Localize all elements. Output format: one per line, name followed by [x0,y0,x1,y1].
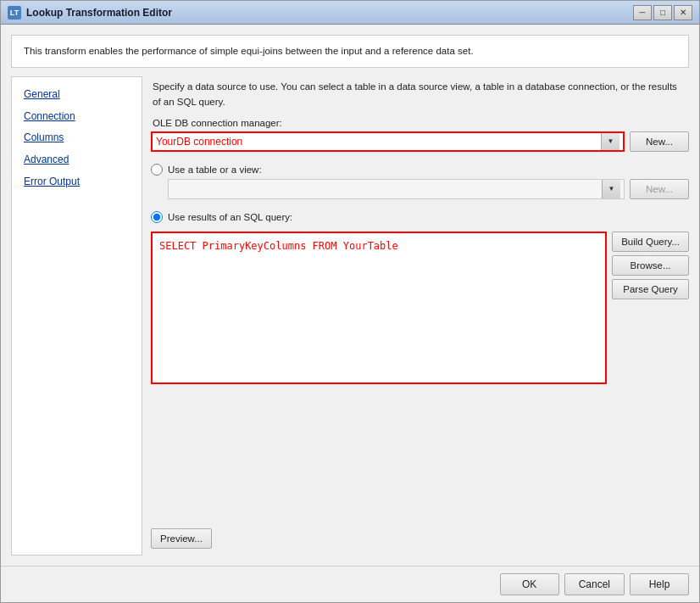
table-field-row: ▼ New... [168,179,689,199]
minimize-button[interactable]: ─ [633,5,652,20]
build-query-button[interactable]: Build Query... [612,232,689,252]
instruction-text: Specify a data source to use. You can se… [151,80,689,109]
maximize-button[interactable]: □ [653,5,672,20]
nav-item-error-output[interactable]: Error Output [17,171,136,193]
connection-field-group: OLE DB connection manager: YourDB connec… [151,118,689,152]
nav-item-columns[interactable]: Columns [17,127,136,149]
table-combo[interactable]: ▼ [168,179,625,199]
table-radio[interactable] [151,164,163,176]
sql-textarea[interactable] [151,232,607,384]
sql-textarea-wrapper [151,232,607,384]
ok-button[interactable]: OK [500,573,559,595]
close-button[interactable]: ✕ [674,5,692,20]
table-new-button[interactable]: New... [630,179,689,199]
help-button[interactable]: Help [630,573,689,595]
table-dropdown-btn[interactable]: ▼ [602,180,620,198]
nav-item-advanced[interactable]: Advanced [17,149,136,171]
parse-query-button[interactable]: Parse Query [612,279,689,299]
sql-row: Build Query... Browse... Parse Query [151,232,689,520]
sql-section: Use results of an SQL query: Build Query… [151,208,689,552]
window-content: This transform enables the performance o… [1,25,699,566]
table-radio-row: Use a table or a view: [151,160,689,179]
sql-buttons: Build Query... Browse... Parse Query [612,232,689,299]
sql-radio[interactable] [151,211,163,223]
connection-new-button[interactable]: New... [630,131,689,152]
preview-row: Preview... [151,525,689,552]
window-title: Lookup Transformation Editor [26,7,633,19]
right-panel: Specify a data source to use. You can se… [151,76,689,556]
main-window: LT Lookup Transformation Editor ─ □ ✕ Th… [0,0,700,603]
preview-button[interactable]: Preview... [151,528,212,549]
connection-value: YourDB connection [156,136,601,148]
window-icon: LT [8,6,21,20]
bottom-buttons: OK Cancel Help [1,566,699,602]
nav-item-connection[interactable]: Connection [17,106,136,128]
nav-item-general[interactable]: General [17,84,136,106]
title-bar: LT Lookup Transformation Editor ─ □ ✕ [1,1,699,25]
table-radio-label: Use a table or a view: [168,165,262,175]
connection-dropdown-btn[interactable]: ▼ [601,133,619,150]
sql-radio-row: Use results of an SQL query: [151,208,689,226]
description-text: This transform enables the performance o… [24,46,474,56]
main-area: General Connection Columns Advanced Erro… [11,76,689,556]
sql-radio-label: Use results of an SQL query: [168,212,292,222]
title-bar-controls: ─ □ ✕ [633,5,692,20]
connection-label: OLE DB connection manager: [151,118,689,128]
table-radio-group: Use a table or a view: ▼ New... [151,160,689,199]
connection-field-row: YourDB connection ▼ New... [151,131,689,152]
cancel-button[interactable]: Cancel [564,573,625,595]
left-nav-panel: General Connection Columns Advanced Erro… [11,76,142,556]
connection-combo[interactable]: YourDB connection ▼ [151,131,625,152]
description-area: This transform enables the performance o… [11,35,689,68]
browse-button[interactable]: Browse... [612,255,689,276]
